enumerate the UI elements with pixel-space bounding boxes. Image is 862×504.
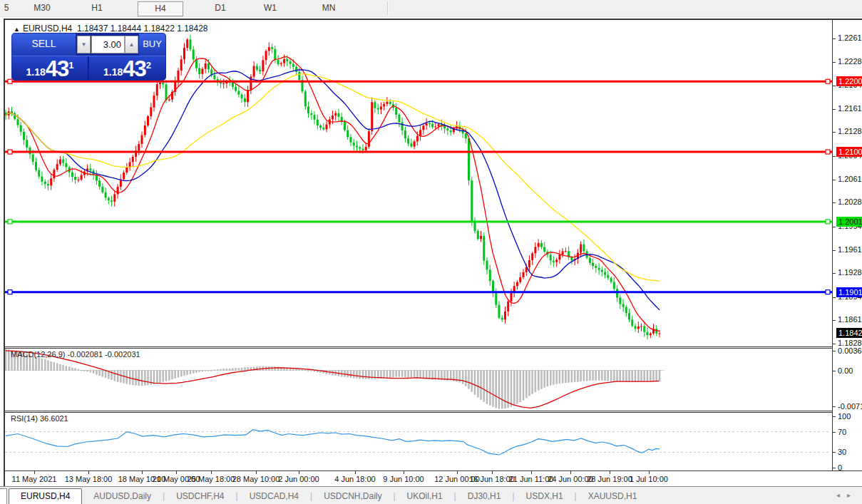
macd-label: MACD(12,26,9) -0.002081 -0.002031 bbox=[11, 350, 140, 359]
sell-button[interactable]: SELL bbox=[12, 34, 76, 56]
chart-tab-usdcad[interactable]: USDCAD,H4 bbox=[238, 489, 310, 503]
y-axis-tick bbox=[833, 344, 836, 344]
macd-axis-label: -0.007187 bbox=[838, 402, 862, 411]
macd-axis-label: 0.003697 bbox=[838, 346, 862, 355]
x-axis-tick bbox=[176, 471, 177, 474]
y-axis-tick bbox=[833, 62, 836, 63]
price-axis[interactable]: 1.226101.222801.219401.216101.212801.209… bbox=[833, 20, 862, 470]
x-axis-tick bbox=[457, 471, 458, 474]
x-axis-tick bbox=[211, 471, 212, 474]
toolbar-separator bbox=[387, 1, 389, 15]
x-axis-label: 2 Jun 00:00 bbox=[267, 475, 331, 483]
x-axis-tick bbox=[531, 471, 532, 474]
sell-price-tile[interactable]: 1.18431 bbox=[12, 56, 88, 80]
macd-signal-value: -0.002031 bbox=[105, 350, 140, 359]
buy-price-big: 43 bbox=[123, 58, 145, 79]
collapse-arrow-icon[interactable]: ▲ bbox=[14, 26, 20, 33]
macd-axis-tick bbox=[833, 351, 836, 351]
buy-button[interactable]: BUY bbox=[139, 34, 165, 56]
macd-axis-tick bbox=[833, 371, 836, 371]
chevron-down-icon: ▼ bbox=[81, 41, 87, 48]
y-axis-tick-label: 1.20280 bbox=[838, 197, 862, 206]
current-price-label: 1.18428 bbox=[836, 328, 862, 338]
timeframe-button-w1[interactable]: W1 bbox=[248, 1, 292, 15]
timeframe-button-m30[interactable]: M30 bbox=[20, 1, 64, 15]
timeframe-button-d1[interactable]: D1 bbox=[198, 1, 242, 15]
rsi-canvas bbox=[5, 413, 832, 469]
timeframe-toolbar: 5M30H1H4D1W1MN bbox=[0, 0, 862, 17]
y-axis-tick-label: 1.20610 bbox=[838, 175, 862, 183]
y-axis-tick bbox=[833, 86, 836, 86]
rsi-axis-label: 100 bbox=[838, 412, 851, 421]
chart-tab-audusd[interactable]: AUDUSD,Daily bbox=[82, 489, 163, 503]
x-axis-tick bbox=[570, 471, 571, 474]
y-axis-tick bbox=[833, 297, 836, 298]
timeframe-button-mn[interactable]: MN bbox=[307, 1, 351, 15]
level-price-label: 1.20011 bbox=[836, 217, 862, 227]
x-axis-tick bbox=[299, 471, 299, 474]
rsi-axis-tick bbox=[833, 468, 836, 468]
rsi-axis-tick bbox=[833, 452, 836, 453]
timeframe-button-5[interactable]: 5 bbox=[0, 1, 13, 15]
chart-window: ▲EURUSD,H4 1.18437 1.18444 1.18422 1.184… bbox=[4, 19, 862, 487]
volume-decrease-button[interactable]: ▼ bbox=[77, 36, 91, 53]
y-axis-tick bbox=[833, 109, 836, 110]
level-price-label: 1.19012 bbox=[836, 287, 862, 297]
rsi-axis-label: 70 bbox=[838, 428, 846, 436]
level-price-label: 1.21001 bbox=[836, 147, 862, 157]
one-click-trading-panel: SELL ▼ 3.00 ▲ BUY 1.18431 1.18432 bbox=[12, 34, 165, 80]
macd-pane: MACD(12,26,9) -0.002081 -0.002031 bbox=[5, 349, 832, 411]
chart-tab-eurusd[interactable]: EURUSD,H4 bbox=[9, 488, 82, 504]
timeframe-button-h4[interactable]: H4 bbox=[138, 1, 183, 16]
chart-symbol-label: EURUSD,H4 bbox=[23, 24, 72, 34]
buy-price-prefix: 1.18 bbox=[103, 65, 123, 79]
tab-scroll-arrows: ◂▸ bbox=[836, 491, 858, 499]
x-axis-tick bbox=[88, 471, 89, 474]
y-axis-tick-label: 1.18610 bbox=[838, 315, 862, 324]
y-axis-tick bbox=[833, 202, 836, 203]
volume-input[interactable]: 3.00 bbox=[91, 36, 125, 53]
buy-price-tile[interactable]: 1.18432 bbox=[89, 56, 165, 80]
tab-scroll-left-icon[interactable]: ◂ bbox=[836, 491, 847, 499]
y-axis-tick-label: 1.19280 bbox=[838, 268, 862, 277]
rsi-label: RSI(14) 36.6021 bbox=[11, 414, 68, 423]
time-axis[interactable]: 11 May 202113 May 18:0018 May 10:0021 Ma… bbox=[5, 470, 862, 486]
level-price-label: 1.22000 bbox=[836, 76, 862, 86]
x-axis-tick bbox=[142, 471, 143, 474]
x-axis-tick bbox=[649, 471, 650, 474]
macd-main-value: -0.002081 bbox=[67, 350, 103, 359]
rsi-axis-tick bbox=[833, 432, 836, 433]
tab-scroll-right-icon[interactable]: ▸ bbox=[847, 491, 858, 499]
sell-price-big: 43 bbox=[46, 58, 68, 79]
chart-tab-ukoil[interactable]: UKOil,H1 bbox=[396, 489, 454, 503]
y-axis-tick bbox=[833, 180, 836, 180]
chart-tab-usdx[interactable]: USDX,H1 bbox=[515, 489, 575, 503]
y-axis-tick bbox=[833, 38, 836, 39]
chart-tabs: EURUSD,H4AUDUSD,Daily|USDCHF,H4|USDCAD,H… bbox=[9, 488, 648, 504]
x-axis-tick bbox=[256, 471, 257, 474]
x-axis-tick bbox=[404, 471, 404, 474]
y-axis-tick-label: 1.22280 bbox=[838, 57, 862, 66]
volume-increase-button[interactable]: ▲ bbox=[125, 36, 138, 53]
rsi-axis-tick bbox=[833, 416, 836, 417]
y-axis-tick-label: 1.22610 bbox=[838, 34, 862, 42]
chart-tab-usdchf[interactable]: USDCHF,H4 bbox=[165, 489, 235, 503]
y-axis-tick bbox=[833, 227, 836, 227]
y-axis-tick bbox=[833, 250, 836, 251]
buy-price-pip: 2 bbox=[146, 60, 151, 71]
rsi-value: 36.6021 bbox=[40, 414, 68, 423]
trading-platform-window: 5M30H1H4D1W1MN ▲EURUSD,H4 1.18437 1.1844… bbox=[0, 0, 862, 504]
timeframe-button-h1[interactable]: H1 bbox=[75, 1, 119, 15]
rsi-pane: RSI(14) 36.6021 bbox=[5, 413, 832, 469]
sell-price-pip: 1 bbox=[68, 60, 73, 71]
y-axis-tick-label: 1.21610 bbox=[838, 104, 862, 113]
x-axis-label: 1 Jul 10:00 bbox=[617, 475, 681, 483]
macd-axis-label: 0.00 bbox=[838, 366, 853, 375]
chart-tab-dj30[interactable]: DJ30,H1 bbox=[456, 489, 513, 503]
y-axis-tick bbox=[833, 273, 836, 274]
chart-tab-bar: EURUSD,H4AUDUSD,Daily|USDCHF,H4|USDCAD,H… bbox=[0, 486, 862, 504]
chart-tab-usdcnh[interactable]: USDCNH,Daily bbox=[312, 489, 393, 503]
tab-bar-stub bbox=[0, 488, 7, 504]
x-axis-tick bbox=[355, 471, 356, 474]
chart-tab-xauusd[interactable]: XAUUSD,H1 bbox=[577, 489, 649, 503]
